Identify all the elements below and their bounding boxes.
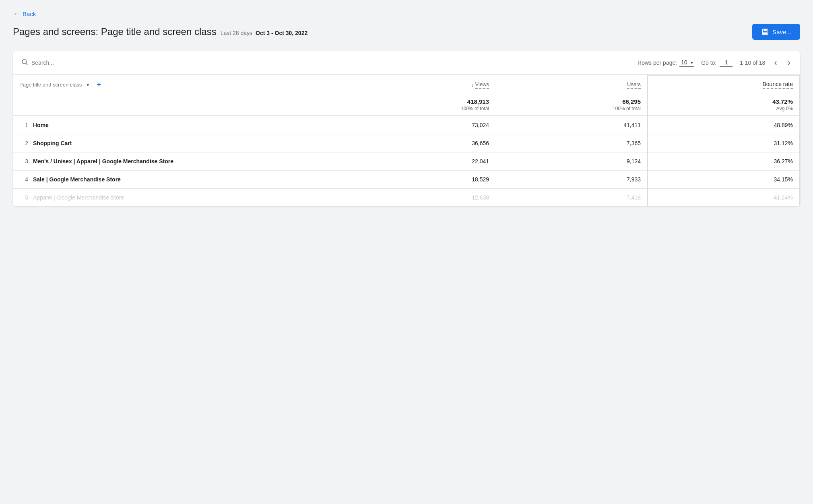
table-row: 4 Sale | Google Merchandise Store 18,529… [13, 171, 800, 189]
totals-dimension-cell [13, 94, 343, 116]
totals-users-main: 66,295 [502, 98, 641, 105]
th-dimension: Page title and screen class ▾ + [13, 75, 343, 94]
row-title: Shopping Cart [33, 140, 72, 146]
save-button[interactable]: Save... [752, 24, 800, 40]
back-link[interactable]: ← Back [13, 10, 36, 18]
row-views: 36,656 [472, 140, 489, 146]
search-box [21, 58, 222, 68]
totals-users-sub: 100% of total [502, 106, 641, 111]
row-index-cell: 2 Shopping Cart [13, 134, 343, 152]
go-to-input[interactable] [720, 58, 733, 67]
toolbar: Rows per page: 10 25 50 ▾ Go to: 1-10 of [13, 51, 800, 75]
chevron-left-icon: ‹ [774, 58, 777, 68]
rows-per-page-label: Rows per page: [638, 60, 677, 66]
views-col-label: Views [475, 81, 489, 89]
th-users[interactable]: Users [495, 75, 648, 94]
row-index: 1 [21, 122, 28, 128]
date-label: Last 28 days [221, 30, 252, 36]
row-users: 9,124 [627, 158, 641, 165]
dim-dropdown-button[interactable]: ▾ [85, 81, 91, 88]
table-row: 1 Home 73,024 41,411 48.89% [13, 116, 800, 134]
date-range: Oct 3 - Oct 30, 2022 [256, 30, 307, 36]
dropdown-icon: ▾ [87, 82, 89, 88]
row-views-cell: 22,041 [343, 152, 495, 171]
row-index: 5 [21, 194, 28, 201]
bounce-col-label: Bounce rate [763, 81, 793, 89]
go-to: Go to: [701, 58, 733, 67]
totals-users-cell: 66,295 100% of total [495, 94, 648, 116]
row-views: 73,024 [472, 122, 489, 128]
row-views-cell: 18,529 [343, 171, 495, 189]
row-bounce: 36.27% [774, 158, 793, 165]
table-row: 3 Men's / Unisex | Apparel | Google Merc… [13, 152, 800, 171]
rows-per-page: Rows per page: 10 25 50 ▾ [638, 58, 694, 67]
page-range: 1-10 of 18 [740, 60, 765, 66]
table-card: Rows per page: 10 25 50 ▾ Go to: 1-10 of [13, 51, 800, 206]
page-header: Pages and screens: Page title and screen… [13, 24, 800, 40]
pagination-controls: Rows per page: 10 25 50 ▾ Go to: 1-10 of [638, 57, 792, 69]
row-users-cell: 41,411 [495, 116, 648, 134]
row-views: 12,638 [472, 194, 489, 201]
row-title: Sale | Google Merchandise Store [33, 176, 121, 183]
row-bounce-cell: 36.27% [648, 152, 800, 171]
prev-page-button[interactable]: ‹ [772, 57, 778, 69]
back-label: Back [23, 10, 36, 17]
users-col-label: Users [627, 81, 641, 89]
row-users: 7,365 [627, 140, 641, 146]
row-users: 7,933 [627, 176, 641, 183]
sort-down-icon: ↓ [471, 82, 474, 88]
rows-select-wrapper: 10 25 50 ▾ [679, 58, 694, 67]
svg-line-4 [26, 63, 27, 64]
row-index-cell: 3 Men's / Unisex | Apparel | Google Merc… [13, 152, 343, 171]
row-users-cell: 7,933 [495, 171, 648, 189]
row-bounce: 41.24% [774, 194, 793, 201]
page-title: Pages and screens: Page title and screen… [13, 26, 217, 37]
th-bounce-rate[interactable]: Bounce rate [648, 75, 800, 94]
row-views-cell: 36,656 [343, 134, 495, 152]
totals-views-main: 418,913 [350, 98, 489, 105]
row-title: Apparel | Google Merchandise Store [33, 194, 124, 201]
add-icon: + [97, 80, 101, 88]
row-index: 2 [21, 140, 28, 146]
row-views-cell: 12,638 [343, 189, 495, 207]
totals-row: 418,913 100% of total 66,295 100% of tot… [13, 94, 800, 116]
save-label: Save... [772, 29, 791, 35]
go-to-label: Go to: [701, 60, 716, 66]
row-views: 22,041 [472, 158, 489, 165]
row-bounce: 31.12% [774, 140, 793, 146]
row-users-cell: 7,418 [495, 189, 648, 207]
date-info: Last 28 days Oct 3 - Oct 30, 2022 [221, 30, 308, 36]
row-users-cell: 9,124 [495, 152, 648, 171]
dim-col-label: Page title and screen class [19, 82, 82, 88]
row-bounce-cell: 41.24% [648, 189, 800, 207]
totals-views-sub: 100% of total [350, 106, 489, 111]
row-index-cell: 1 Home [13, 116, 343, 134]
chevron-right-icon: › [788, 58, 790, 68]
next-page-button[interactable]: › [786, 57, 792, 69]
th-views[interactable]: ↓ Views [343, 75, 495, 94]
table-row: 2 Shopping Cart 36,656 7,365 31.12% [13, 134, 800, 152]
row-users: 7,418 [627, 194, 641, 201]
svg-rect-1 [764, 29, 767, 31]
row-bounce: 48.89% [774, 122, 793, 128]
search-input[interactable] [31, 60, 222, 66]
row-bounce-cell: 48.89% [648, 116, 800, 134]
totals-views-cell: 418,913 100% of total [343, 94, 495, 116]
totals-bounce-main: 43.72% [654, 98, 793, 105]
back-arrow-icon: ← [13, 10, 20, 18]
row-title: Men's / Unisex | Apparel | Google Mercha… [33, 158, 173, 165]
data-table: Page title and screen class ▾ + ↓ [13, 75, 800, 206]
row-index-cell: 5 Apparel | Google Merchandise Store [13, 189, 343, 207]
totals-bounce-cell: 43.72% Avg 0% [648, 94, 800, 116]
row-views-cell: 73,024 [343, 116, 495, 134]
save-icon [761, 28, 769, 36]
row-index: 4 [21, 176, 28, 183]
totals-bounce-sub: Avg 0% [654, 106, 793, 111]
row-users: 41,411 [623, 122, 641, 128]
rows-per-page-select[interactable]: 10 25 50 [679, 58, 694, 67]
row-index: 3 [21, 158, 28, 165]
search-icon [21, 58, 28, 68]
add-column-button[interactable]: + [94, 80, 103, 89]
row-bounce-cell: 34.15% [648, 171, 800, 189]
title-block: Pages and screens: Page title and screen… [13, 26, 307, 37]
